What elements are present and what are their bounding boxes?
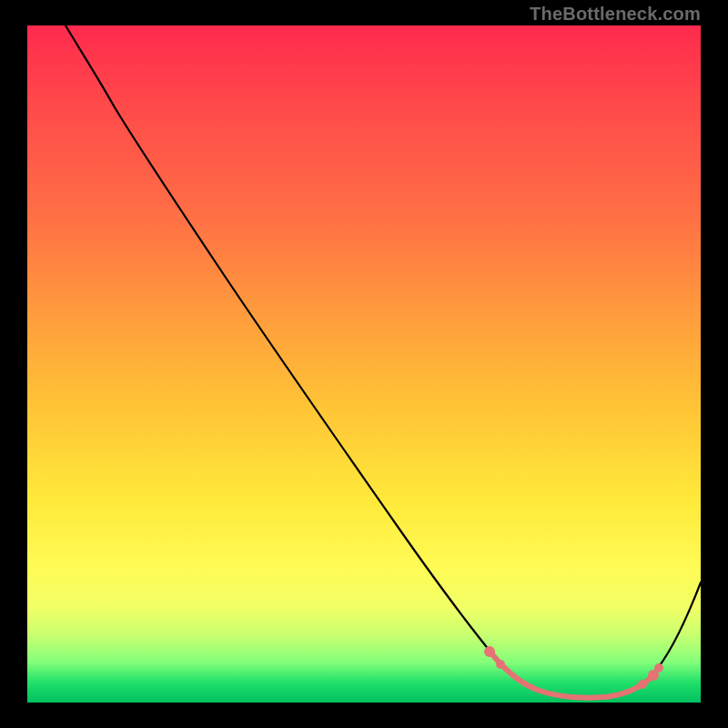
bottleneck-curve <box>66 25 701 698</box>
valley-highlight-segment <box>491 653 650 698</box>
chart-svg <box>27 25 701 703</box>
valley-marker-dot <box>638 680 647 689</box>
watermark-text: TheBottleneck.com <box>530 4 701 25</box>
valley-marker-start <box>484 646 495 657</box>
chart-frame: TheBottleneck.com <box>0 0 728 728</box>
chart-plot-area <box>27 25 701 703</box>
valley-marker-end-2 <box>654 663 663 672</box>
valley-marker-dot <box>496 660 505 669</box>
